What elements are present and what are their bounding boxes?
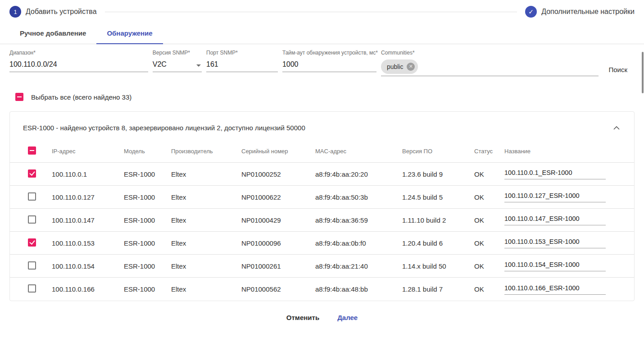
device-name-input[interactable]: [504, 215, 606, 225]
cell-ip: 100.110.0.147: [52, 216, 124, 224]
cell-status: OK: [474, 170, 504, 178]
col-serial: Серийный номер: [241, 148, 315, 155]
cell-ip: 100.110.0.153: [52, 239, 124, 247]
row-checkbox[interactable]: [28, 192, 36, 201]
cell-fw: 1.14.x build 50: [402, 262, 474, 270]
dropdown-arrow-icon[interactable]: [196, 64, 201, 67]
cell-fw: 1.11.10 build 2: [402, 216, 474, 224]
cell-vendor: Eltex: [171, 216, 241, 224]
group-select-all-checkbox[interactable]: [28, 146, 36, 155]
timeout-field: Тайм-аут обнаружения устройств, мс*: [282, 50, 376, 72]
discovery-form: Диапазон* Версия SNMP* Порт SNMP* Тайм-а…: [0, 44, 644, 77]
col-mac: MAC-адрес: [315, 148, 402, 155]
cell-status: OK: [474, 262, 504, 270]
device-group-title: ESR-1000 - найдено устройств 8, зарезерв…: [23, 124, 305, 132]
snmp-port-field: Порт SNMP*: [206, 50, 278, 72]
col-status: Статус: [474, 148, 504, 155]
device-name-input[interactable]: [504, 238, 606, 248]
step-connector-line: [105, 12, 517, 12]
col-model: Модель: [124, 148, 171, 155]
cell-model: ESR-1000: [124, 285, 171, 293]
device-name-input[interactable]: [504, 261, 606, 271]
cell-model: ESR-1000: [124, 170, 171, 178]
cell-vendor: Eltex: [171, 170, 241, 178]
select-all-row: Выбрать все (всего найдено 33): [0, 77, 644, 101]
row-checkbox[interactable]: [28, 215, 36, 224]
snmp-port-input[interactable]: [206, 60, 278, 69]
cell-mac: a8:f9:4b:aa:21:40: [315, 262, 402, 270]
cancel-button[interactable]: Отменить: [280, 309, 326, 326]
range-input[interactable]: [9, 60, 148, 69]
table-row: 100.110.0.166 ESR-1000 Eltex NP01000562 …: [10, 278, 634, 301]
table-header-row: IP-адрес Модель Производитель Серийный н…: [10, 140, 634, 163]
snmp-port-label: Порт SNMP*: [206, 50, 278, 56]
step-1-label: Добавить устройства: [26, 8, 97, 16]
cell-fw: 1.23.6 build 9: [402, 170, 474, 178]
snmp-version-select[interactable]: [153, 59, 202, 72]
range-field: Диапазон*: [9, 50, 148, 72]
device-name-input[interactable]: [504, 284, 606, 295]
cell-ip: 100.110.0.154: [52, 262, 124, 270]
select-all-label: Выбрать все (всего найдено 33): [31, 93, 132, 101]
row-checkbox[interactable]: [28, 238, 36, 247]
search-button[interactable]: Поиск: [603, 62, 633, 77]
wizard-stepper: 1 Добавить устройства ✓ Дополнительные н…: [0, 0, 644, 22]
chip-remove-icon[interactable]: ✕: [407, 63, 415, 71]
device-group-panel: ESR-1000 - найдено устройств 8, зарезерв…: [9, 111, 635, 301]
timeout-label: Тайм-аут обнаружения устройств, мс*: [282, 50, 376, 56]
cell-mac: a8:f9:4b:aa:20:20: [315, 170, 402, 178]
tab-manual-add[interactable]: Ручное добавление: [9, 22, 96, 44]
range-label: Диапазон*: [9, 50, 148, 56]
col-fw: Версия ПО: [402, 148, 474, 155]
tab-discovery[interactable]: Обнаружение: [96, 22, 163, 44]
snmp-version-field: Версия SNMP*: [153, 50, 202, 72]
cell-fw: 1.24.5 build 5: [402, 193, 474, 201]
wizard-footer: Отменить Далее: [0, 301, 644, 334]
cell-vendor: Eltex: [171, 193, 241, 201]
cell-status: OK: [474, 216, 504, 224]
device-group-header[interactable]: ESR-1000 - найдено устройств 8, зарезерв…: [10, 112, 634, 140]
row-checkbox[interactable]: [28, 169, 36, 178]
cell-vendor: Eltex: [171, 285, 241, 293]
cell-serial: NP01000562: [241, 285, 315, 293]
col-ip: IP-адрес: [52, 148, 124, 155]
step-2-check-icon: ✓: [525, 6, 537, 18]
cell-model: ESR-1000: [124, 193, 171, 201]
step-additional-settings[interactable]: ✓ Дополнительные настройки: [525, 6, 635, 18]
communities-field: Communities* public ✕: [381, 50, 599, 76]
col-name: Название: [504, 148, 622, 155]
snmp-version-value[interactable]: [153, 60, 194, 69]
table-row: 100.110.0.154 ESR-1000 Eltex NP01000261 …: [10, 255, 634, 278]
table-row: 100.110.0.153 ESR-1000 Eltex NP01000096 …: [10, 232, 634, 255]
cell-serial: NP01000429: [241, 216, 315, 224]
cell-mac: a8:f9:4b:aa:50:3b: [315, 193, 402, 201]
table-row: 100.110.0.147 ESR-1000 Eltex NP01000429 …: [10, 209, 634, 232]
community-chip: public ✕: [381, 59, 418, 74]
cell-model: ESR-1000: [124, 262, 171, 270]
cell-mac: a8:f9:4b:aa:0b:f0: [315, 239, 402, 247]
cell-ip: 100.110.0.166: [52, 285, 124, 293]
cell-fw: 1.28.1 build 7: [402, 285, 474, 293]
next-button[interactable]: Далее: [331, 309, 364, 326]
device-name-input[interactable]: [504, 192, 606, 202]
device-name-input[interactable]: [504, 169, 606, 179]
timeout-input[interactable]: [282, 60, 376, 69]
tab-bar: Ручное добавление Обнаружение: [0, 22, 644, 44]
snmp-version-label: Версия SNMP*: [153, 50, 202, 56]
cell-mac: a8:f9:4b:aa:36:59: [315, 216, 402, 224]
cell-status: OK: [474, 239, 504, 247]
vertical-scrollbar[interactable]: [642, 52, 644, 93]
row-checkbox[interactable]: [28, 284, 36, 293]
communities-input-area[interactable]: public ✕: [381, 59, 599, 76]
cell-vendor: Eltex: [171, 262, 241, 270]
cell-vendor: Eltex: [171, 239, 241, 247]
cell-mac: a8:f9:4b:aa:48:bb: [315, 285, 402, 293]
cell-serial: NP01000252: [241, 170, 315, 178]
col-vendor: Производитель: [171, 148, 241, 155]
collapse-chevron-icon[interactable]: [612, 123, 621, 133]
step-2-label: Дополнительные настройки: [541, 8, 635, 16]
row-checkbox[interactable]: [28, 261, 36, 270]
cell-serial: NP01000261: [241, 262, 315, 270]
step-add-devices: 1 Добавить устройства: [9, 6, 97, 18]
select-all-checkbox[interactable]: [15, 93, 23, 101]
